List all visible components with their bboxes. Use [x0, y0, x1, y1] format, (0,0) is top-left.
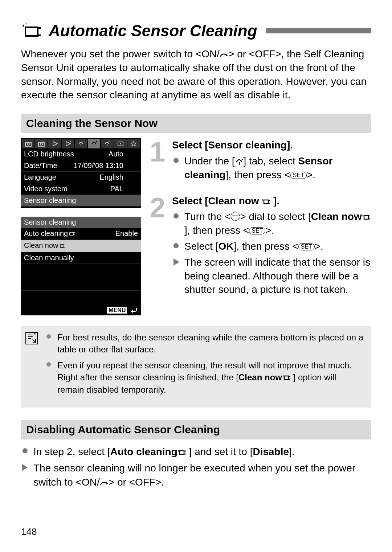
txt: The screen will indicate that the sensor… — [184, 257, 370, 295]
intro-text: Whenever you set the power switch to <ON… — [21, 47, 371, 102]
tab-play2-icon — [62, 139, 74, 148]
slash: / — [217, 48, 220, 60]
step-number: 1 — [147, 138, 168, 184]
sensor-mini-icon — [69, 230, 75, 238]
tab-mymenu-icon — [127, 139, 140, 148]
txt: For best results, do the sensor cleaning… — [57, 332, 363, 355]
set-button-icon: SET — [249, 227, 265, 234]
svg-point-6 — [40, 143, 42, 145]
step-number: 2 — [147, 194, 168, 299]
submenu-row-clean-manually: Clean manually — [21, 252, 141, 264]
wrench-tab-icon — [235, 155, 244, 167]
title-rule — [266, 28, 371, 33]
menu-val: PAL — [110, 185, 138, 193]
disable-result: The sensor cleaning will no longer be ex… — [21, 461, 371, 489]
svg-point-8 — [70, 141, 71, 142]
submenu-row-blank — [21, 277, 141, 291]
txt: >. — [265, 225, 274, 236]
svg-rect-28 — [364, 216, 368, 219]
quick-control-dial-icon — [230, 212, 240, 221]
disable-item: In step 2, select [Auto cleaning ] and s… — [21, 445, 371, 459]
note-box: For best results, do the sensor cleaning… — [21, 326, 371, 408]
bold: Clean now — [238, 372, 282, 382]
step-2: 2 Select [Clean now ]. Turn the <> dial … — [147, 194, 371, 299]
menu-key: Language — [24, 173, 56, 181]
tab-custom-icon — [114, 139, 127, 148]
menu-val: English — [99, 173, 138, 181]
menu-key: Date/Time — [24, 161, 57, 170]
bold: OK — [218, 241, 233, 252]
txt: >. — [315, 241, 323, 252]
submenu-footer: MENU — [21, 304, 141, 314]
sensor-cleaning-icon — [282, 372, 291, 382]
step2-result: The screen will indicate that the sensor… — [172, 255, 371, 297]
on-label: ON — [201, 48, 217, 60]
off-label: OFF — [255, 48, 275, 60]
svg-rect-0 — [25, 27, 38, 36]
submenu-val: Enable — [115, 229, 138, 238]
tab-shoot1-icon — [22, 139, 34, 148]
sensor-cleaning-icon — [362, 211, 371, 222]
on-label: ON — [82, 477, 97, 488]
txt: > or < — [109, 477, 135, 488]
note-item: Even if you repeat the sensor cleaning, … — [46, 359, 364, 396]
svg-rect-17 — [70, 232, 73, 235]
step1-bullet: Under the [] tab, select Sensor cleaning… — [172, 154, 371, 182]
txt: ] tab, select — [244, 155, 298, 167]
menu-val: 17/09/'08 13:10 — [74, 161, 138, 170]
tab-setup3-icon — [101, 139, 113, 148]
submenu-row-auto-cleaning: Auto cleaning Enable — [21, 228, 141, 240]
menu-key: Video system — [24, 185, 68, 193]
txt: ]. — [273, 195, 279, 207]
txt: ], then press < — [184, 225, 249, 236]
sensor-cleaning-icon — [177, 446, 186, 457]
svg-rect-38 — [180, 451, 184, 454]
set-button-icon: SET — [298, 243, 315, 250]
svg-point-4 — [27, 143, 29, 145]
txt: In step 2, select [ — [33, 446, 110, 457]
menu-key: LCD brightness — [24, 150, 74, 158]
txt: > dial to select [ — [240, 211, 311, 222]
subheading-cleaning-now: Cleaning the Sensor Now — [21, 114, 371, 133]
txt: Select [ — [184, 241, 218, 252]
submenu-key: Clean manually — [24, 254, 74, 262]
txt: >. — [155, 477, 164, 488]
submenu-row-blank — [21, 291, 141, 304]
txt: Under the [ — [184, 155, 235, 167]
tab-setup1-icon — [75, 139, 87, 148]
intro-a: Whenever you set the power switch to < — [21, 48, 201, 60]
note-icon — [25, 331, 39, 400]
lcd-tab-strip — [21, 138, 141, 148]
write-icon — [220, 48, 228, 60]
intro-b: > or < — [228, 48, 255, 60]
menu-row-datetime: Date/Time17/09/'08 13:10 — [21, 160, 141, 172]
svg-rect-9 — [81, 144, 81, 146]
svg-rect-12 — [107, 144, 107, 146]
svg-point-7 — [44, 141, 44, 142]
menu-key: Sensor cleaning — [24, 196, 76, 205]
svg-point-24 — [242, 159, 243, 160]
svg-point-14 — [110, 141, 110, 142]
bold: Disable — [253, 446, 289, 457]
menu-val: Auto — [109, 150, 138, 158]
sensor-mini-icon — [59, 242, 66, 250]
tab-setup2-icon-selected — [88, 139, 100, 148]
txt: ]. — [289, 446, 295, 457]
svg-rect-23 — [239, 162, 240, 165]
write-icon — [100, 477, 109, 488]
page-title-row: Automatic Sensor Cleaning — [21, 22, 371, 40]
lcd-setup-menu: LCD brightnessAuto Date/Time17/09/'08 13… — [21, 138, 141, 208]
bold: Auto cleaning — [110, 446, 177, 457]
svg-point-11 — [96, 141, 97, 142]
txt: ] and set it to [ — [186, 446, 253, 457]
step2-bullet2: Select [OK], then press <SET>. — [172, 240, 371, 253]
txt: ], then press < — [233, 241, 298, 252]
menu-row-language: LanguageEnglish — [21, 172, 141, 183]
submenu-title: Sensor cleaning — [21, 217, 141, 228]
sensor-cleaning-icon — [262, 195, 270, 207]
submenu-row-clean-now-selected: Clean now — [21, 240, 141, 252]
step2-bullet1: Turn the <> dial to select [Clean now ],… — [172, 210, 371, 237]
txt: Turn the < — [184, 211, 230, 222]
step-1: 1 Select [Sensor cleaning]. Under the []… — [147, 138, 371, 184]
svg-point-16 — [120, 143, 121, 144]
